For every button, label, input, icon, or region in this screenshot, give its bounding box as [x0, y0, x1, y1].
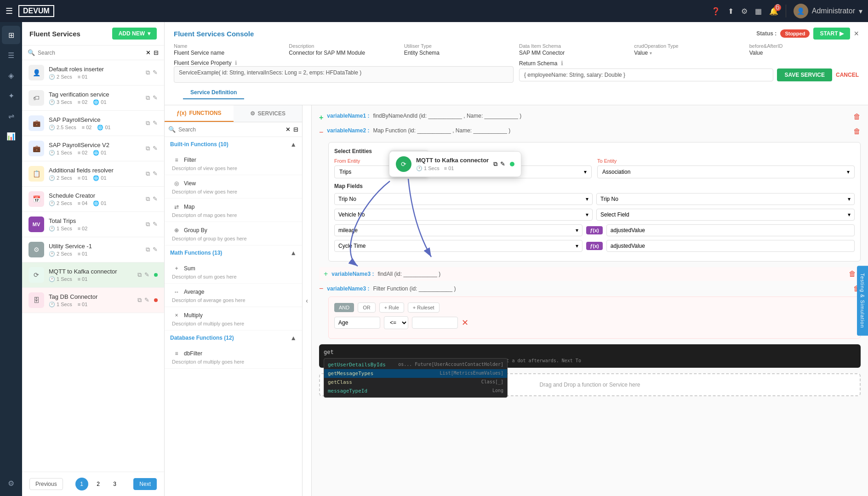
save-service-button[interactable]: SAVE SERVICE — [777, 68, 832, 81]
notification-icon[interactable]: 🔔 6 — [769, 7, 778, 16]
crud-dropdown-icon[interactable]: ▾ — [650, 51, 652, 56]
help-icon[interactable]: ❓ — [711, 7, 720, 16]
icon-bar-list[interactable]: ☰ — [2, 46, 20, 64]
icon-bar-plus[interactable]: ✦ — [2, 86, 20, 105]
list-item[interactable]: ⚙ Utility Service -1 🕐 2 Secs ≡ 01 ⧉ ✎ — [22, 237, 164, 262]
collapse-icon[interactable]: ▲ — [290, 141, 297, 148]
add-variable-button[interactable]: + — [319, 114, 323, 122]
list-item[interactable]: 💼 SAP PayrollService V2 🕐 1 Secs ≡ 02 🌐 … — [22, 136, 164, 161]
filter-operator-select[interactable]: <= — [384, 316, 408, 329]
map-to-3[interactable]: adjustedValue — [606, 224, 855, 236]
list-item[interactable]: ⟳ MQTT to Kafka connector 🕐 1 Secs ≡ 01 … — [22, 262, 164, 288]
return-hint-icon[interactable]: ℹ — [561, 60, 563, 67]
functions-search-input[interactable] — [178, 126, 283, 133]
edit-icon[interactable]: ✎ — [144, 296, 149, 304]
map-from-4[interactable]: Cycle Time ▾ — [334, 240, 582, 252]
mqtt-edit-icon[interactable]: ✎ — [500, 160, 505, 168]
function-badge-3[interactable]: ƒ(x) — [586, 226, 603, 234]
and-button[interactable]: AND — [334, 303, 354, 312]
suggestion-2[interactable]: getMessageTypes List[MetricsEnumValues] — [324, 369, 507, 378]
testing-simulation-tab[interactable]: Testing & Simulation — [857, 266, 868, 336]
code-editor[interactable]: get getUserDetailsByIds os... Future[Use… — [319, 344, 861, 368]
return-schema-input[interactable] — [519, 68, 773, 81]
clear-search-icon[interactable]: ✕ — [146, 49, 151, 56]
toggle-panel-button[interactable]: ‹ — [303, 105, 312, 496]
remove-rule-icon[interactable]: ✕ — [462, 318, 468, 328]
fn-filter[interactable]: ≡ Filter Descripton of view goes here — [165, 152, 302, 175]
map-from-2[interactable]: Vehicle No ▾ — [334, 209, 593, 221]
category-math[interactable]: Math Functions (13) ▲ — [165, 245, 302, 260]
cancel-button[interactable]: CANCEL — [836, 72, 859, 78]
remove-variable-3-button[interactable]: − — [319, 285, 323, 293]
fn-view[interactable]: ◎ View Descripton of view goes here — [165, 175, 302, 199]
icon-bar-flow[interactable]: ⇌ — [2, 107, 20, 125]
fn-dbfilter[interactable]: ≡ dbFilter Descripton of multiply goes h… — [165, 345, 302, 369]
fn-average[interactable]: ↔ Average Descripton of average goes her… — [165, 284, 302, 307]
delete-variable-2-icon[interactable]: 🗑 — [853, 127, 861, 136]
user-area[interactable]: 👤 Administrator ▾ — [794, 4, 862, 18]
icon-bar-settings[interactable]: ⚙ — [2, 474, 20, 492]
map-from-3[interactable]: mileage ▾ — [334, 224, 582, 236]
page-1[interactable]: 1 — [75, 478, 88, 490]
clear-icon[interactable]: ✕ — [286, 126, 291, 133]
collapse-icon[interactable]: ▲ — [290, 249, 297, 257]
next-button[interactable]: Next — [133, 478, 157, 490]
delete-variable-1-icon[interactable]: 🗑 — [853, 113, 861, 121]
tab-functions[interactable]: ƒ(x) FUNCTIONS — [165, 105, 234, 122]
copy-icon[interactable]: ⧉ — [146, 246, 150, 253]
edit-icon[interactable]: ✎ — [153, 195, 158, 203]
icon-bar-tag[interactable]: ◈ — [2, 66, 20, 85]
mqtt-copy-icon[interactable]: ⧉ — [493, 160, 497, 168]
map-to-4[interactable]: adjustedValue — [606, 240, 855, 252]
start-button[interactable]: START ▶ — [813, 28, 850, 40]
upload-icon[interactable]: ⬆ — [728, 7, 734, 16]
tab-services[interactable]: ⚙ SERVICES — [234, 105, 303, 122]
close-button[interactable]: × — [854, 29, 859, 39]
fn-map[interactable]: ⇄ Map Descripton of map goes here — [165, 199, 302, 222]
to-entity-select[interactable]: Association ▾ — [597, 165, 855, 178]
list-item[interactable]: 💼 SAP PayrollService 🕐 2.5 Secs ≡ 02 🌐 0… — [22, 111, 164, 136]
icon-bar-home[interactable]: ⊞ — [2, 26, 20, 44]
delete-variable-3-icon[interactable]: 🗑 — [849, 270, 856, 278]
edit-icon[interactable]: ✎ — [153, 221, 158, 228]
hamburger-icon[interactable]: ☰ — [6, 6, 13, 16]
list-item[interactable]: 📋 Additional fields resolver 🕐 2 Secs ≡ … — [22, 161, 164, 187]
edit-icon[interactable]: ✎ — [153, 69, 158, 76]
copy-icon[interactable]: ⧉ — [146, 145, 150, 152]
add-ruleset-button[interactable]: + Ruleset — [408, 302, 440, 313]
fn-sum[interactable]: + Sum Descripton of sum goes here — [165, 260, 302, 284]
map-to-1[interactable]: Trip No ▾ — [596, 193, 855, 205]
category-database[interactable]: Database Functions (12) ▲ — [165, 331, 302, 345]
filter-icon[interactable]: ⊟ — [293, 126, 298, 133]
list-item[interactable]: 🗄 Tag DB Connector 🕐 1 Secs ≡ 01 ⧉ ✎ — [22, 288, 164, 313]
edit-icon[interactable]: ✎ — [153, 145, 158, 152]
map-from-1[interactable]: Trip No ▾ — [334, 193, 593, 205]
page-3[interactable]: 3 — [108, 478, 121, 490]
copy-icon[interactable]: ⧉ — [146, 69, 150, 76]
list-item[interactable]: MV Total Trips 🕐 1 Secs ≡ 02 ⧉ ✎ — [22, 212, 164, 237]
copy-icon[interactable]: ⧉ — [146, 221, 150, 228]
list-item[interactable]: 👤 Default roles inserter 🕐 2 Secs ≡ 01 ⧉… — [22, 60, 164, 86]
copy-icon[interactable]: ⧉ — [146, 94, 150, 102]
page-2[interactable]: 2 — [92, 478, 105, 490]
copy-icon[interactable]: ⧉ — [146, 195, 150, 203]
icon-bar-chart[interactable]: 📊 — [2, 127, 20, 145]
copy-icon[interactable]: ⧉ — [146, 170, 150, 177]
edit-icon[interactable]: ✎ — [153, 94, 158, 102]
hint-icon[interactable]: ℹ — [235, 60, 237, 66]
collapse-icon[interactable]: ▲ — [290, 334, 297, 342]
filter-value-input[interactable] — [412, 317, 458, 329]
suggestion-3[interactable]: getClass Class[_] — [324, 378, 507, 387]
list-item[interactable]: 🏷 Tag verification service 🕐 3 Secs ≡ 02… — [22, 86, 164, 111]
filter-field-input[interactable] — [334, 317, 380, 329]
settings-icon[interactable]: ⚙ — [741, 7, 748, 16]
edit-icon[interactable]: ✎ — [153, 170, 158, 177]
edit-icon[interactable]: ✎ — [144, 271, 149, 279]
search-input[interactable] — [38, 50, 143, 56]
previous-button[interactable]: Previous — [29, 478, 63, 490]
copy-icon[interactable]: ⧉ — [146, 120, 150, 127]
copy-icon[interactable]: ⧉ — [137, 271, 142, 279]
suggestion-4[interactable]: messageTypeId Long — [324, 387, 507, 395]
list-item[interactable]: 📅 Schedule Creator 🕐 2 Secs ≡ 04 🌐 01 ⧉ … — [22, 187, 164, 212]
service-definition-tab[interactable]: Service Definition — [183, 86, 244, 99]
